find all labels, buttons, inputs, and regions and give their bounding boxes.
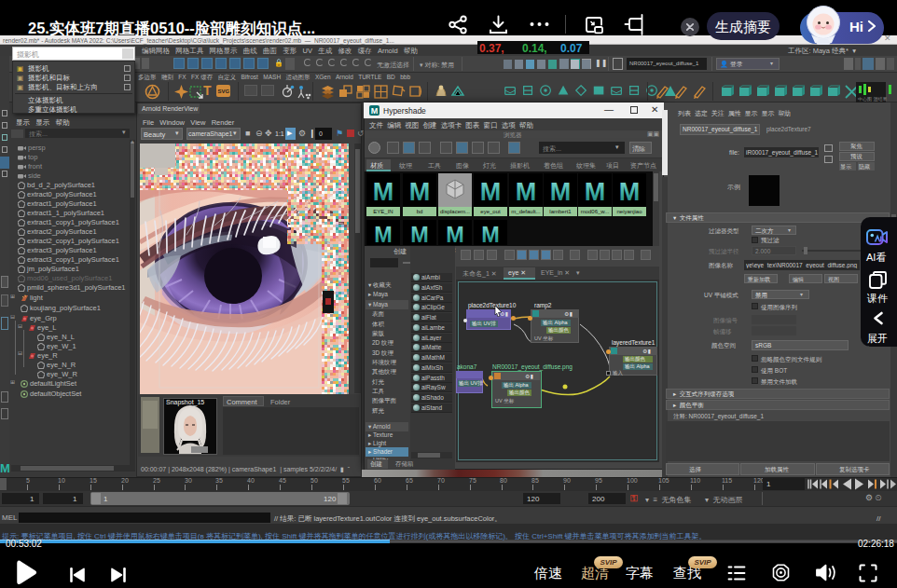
- svg-text:M: M: [374, 223, 393, 245]
- svg-text:M: M: [550, 178, 572, 206]
- svg-text:M: M: [446, 223, 464, 245]
- svg-text:M: M: [585, 178, 606, 206]
- svg-text:M: M: [373, 178, 394, 206]
- svg-text:M: M: [516, 178, 537, 206]
- svg-text:M: M: [410, 223, 429, 245]
- svg-text:M: M: [409, 178, 431, 206]
- svg-text:M: M: [480, 178, 502, 206]
- svg-text:M: M: [481, 223, 500, 245]
- svg-text:M: M: [371, 106, 379, 116]
- svg-text:M: M: [619, 178, 641, 206]
